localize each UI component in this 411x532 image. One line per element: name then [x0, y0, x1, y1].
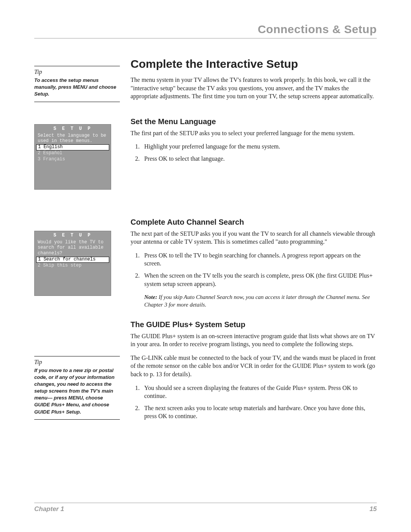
- note-label: Note:: [144, 294, 157, 300]
- steps-list: You should see a screen displaying the f…: [131, 384, 377, 420]
- tv-menu-item-espanol: 2 Español: [35, 150, 111, 157]
- running-header: Connections & Setup: [34, 23, 377, 38]
- page-title: Complete the Interactive Setup: [131, 58, 377, 70]
- paragraph: The first part of the SETUP asks you to …: [131, 129, 377, 137]
- page-footer: Chapter 1 15: [34, 503, 377, 513]
- tip-text: To access the setup menus manually, pres…: [34, 77, 120, 98]
- tv-menu-item-francais: 3 Français: [35, 157, 111, 163]
- tv-screenshot-channel-search: S E T U P Would you like the TV to searc…: [34, 231, 111, 296]
- right-column: Complete the Interactive Setup The menu …: [131, 58, 377, 431]
- tip-label: Tip: [34, 69, 120, 75]
- tv-screen-prompt: Select the language to be used in these …: [35, 132, 111, 145]
- tip-label: Tip: [34, 359, 120, 366]
- step-item: When the screen on the TV tells you the …: [141, 272, 377, 288]
- intro-paragraph: The menu system in your TV allows the TV…: [131, 76, 377, 101]
- step-item: Press OK to select that language.: [141, 155, 377, 163]
- heading-auto-channel: Complete Auto Channel Search: [131, 218, 377, 227]
- tip-text: If you move to a new zip or postal code,…: [34, 367, 120, 415]
- tip-block-2: Tip If you move to a new zip or postal c…: [34, 356, 120, 420]
- tv-screen-title: S E T U P: [35, 231, 111, 239]
- paragraph: The G-LINK cable must be connected to th…: [131, 354, 377, 379]
- step-item: The next screen asks you to locate setup…: [141, 404, 377, 420]
- tv-menu-item-english: 1 English: [36, 144, 109, 150]
- tv-screenshot-language: S E T U P Select the language to be used…: [34, 124, 111, 190]
- paragraph: The next part of the SETUP asks you if y…: [131, 230, 377, 246]
- tv-menu-item-skip: 2 Skip this step: [35, 263, 111, 269]
- left-column: Tip To access the setup menus manually, …: [34, 58, 120, 431]
- step-item: Press OK to tell the TV to begin searchi…: [141, 251, 377, 268]
- heading-guide-plus: The GUIDE Plus+ System Setup: [131, 320, 377, 329]
- tv-menu-item-search: 1 Search for channels: [36, 257, 109, 263]
- footer-page-number: 15: [370, 505, 377, 513]
- step-item: You should see a screen displaying the f…: [141, 384, 377, 400]
- steps-list: Press OK to tell the TV to begin searchi…: [131, 251, 377, 288]
- paragraph: The GUIDE Plus+ system is an on-screen i…: [131, 332, 377, 348]
- tv-screen-prompt: Would you like the TV to search for all …: [35, 239, 111, 257]
- note-block: Note: If you skip Auto Channel Search no…: [144, 293, 377, 309]
- note-text: If you skip Auto Channel Search now, you…: [144, 294, 370, 308]
- footer-chapter: Chapter 1: [34, 505, 64, 513]
- tv-screen-title: S E T U P: [35, 125, 111, 132]
- heading-set-language: Set the Menu Language: [131, 117, 377, 126]
- tip-block-1: Tip To access the setup menus manually, …: [34, 66, 120, 102]
- steps-list: Highlight your preferred language for th…: [131, 142, 377, 163]
- step-item: Highlight your preferred language for th…: [141, 142, 377, 151]
